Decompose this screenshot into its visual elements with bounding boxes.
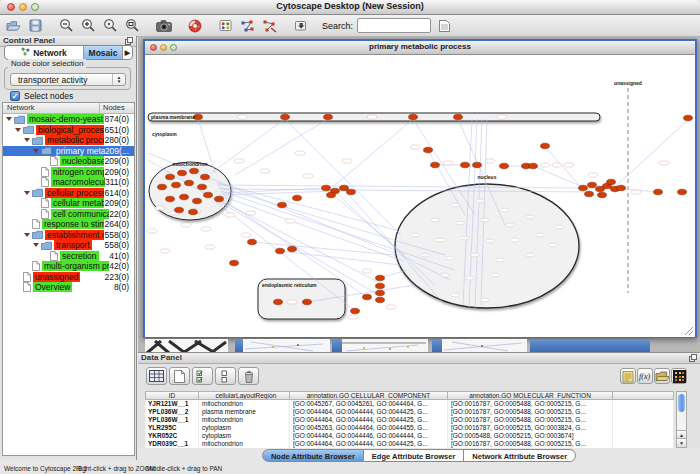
table-cell[interactable]: [GO:0045267, GO:0045261, GO:0044464, G..… — [290, 400, 448, 408]
graph-node[interactable] — [190, 168, 199, 174]
table-row[interactable]: YPL036W__1mitochondrion[GO:0044464, GO:0… — [145, 416, 674, 424]
graph-node[interactable] — [473, 162, 482, 168]
table-cell[interactable] — [613, 416, 674, 424]
table-row[interactable]: YJR121W__1mitochondrion[GO:0045267, GO:0… — [145, 400, 674, 408]
help-button[interactable] — [186, 17, 203, 34]
table-cell[interactable]: [GO:0016787, GO:0005488, GO:0005215, G..… — [448, 416, 613, 424]
table-cell[interactable]: cytoplasm — [199, 424, 290, 432]
tab-overflow-arrow[interactable]: ▶ — [122, 46, 132, 59]
graph-node[interactable] — [248, 239, 257, 245]
graph-node[interactable] — [293, 195, 302, 201]
graph-node[interactable] — [424, 147, 433, 153]
window-resize-grip[interactable] — [685, 327, 693, 335]
tree-row[interactable]: response to stimulu264(0) — [3, 219, 134, 230]
table-row[interactable]: YDR039C__1mitochondrion[GO:0044464, GO:0… — [145, 440, 674, 448]
table-cell[interactable]: [GO:0045263, GO:0044464, GO:0044455, G..… — [290, 424, 448, 432]
table-cell[interactable]: plasma membrane — [199, 408, 290, 416]
graph-node[interactable] — [617, 185, 626, 191]
graph-node[interactable] — [180, 194, 189, 200]
table-cell[interactable]: mitochondrion — [199, 400, 290, 408]
graph-node[interactable] — [363, 294, 372, 300]
tab-node-attribute-browser[interactable]: Node Attribute Browser — [262, 449, 364, 462]
graph-node[interactable] — [230, 260, 239, 266]
graph-node[interactable] — [274, 299, 283, 305]
table-cell[interactable]: YLR295C — [145, 424, 199, 432]
background-window[interactable] — [530, 338, 650, 352]
graph-node[interactable] — [303, 299, 312, 305]
expand-triangle-icon[interactable] — [6, 117, 12, 121]
tree-header-network[interactable]: Network — [3, 103, 100, 113]
table-cell[interactable]: [GO:0016787, GO:0005488, GO:0005215, G..… — [448, 408, 613, 416]
expand-triangle-icon[interactable] — [24, 138, 30, 142]
graph-node[interactable] — [158, 184, 167, 190]
zoom-out-button[interactable] — [58, 17, 75, 34]
graph-node[interactable] — [654, 189, 663, 195]
snapshot-button[interactable] — [155, 17, 172, 34]
graph-node[interactable] — [500, 163, 509, 169]
scroll-down-arrow[interactable]: ▼ — [677, 438, 686, 447]
expand-triangle-icon[interactable] — [33, 243, 39, 247]
graph-node[interactable] — [166, 174, 175, 180]
expand-triangle-icon[interactable] — [24, 233, 30, 237]
table-cell[interactable]: [GO:0005488, GO:0005215, GO:0003674] — [448, 432, 613, 440]
select-nodes-checkbox[interactable]: ✓ — [10, 91, 20, 101]
table-row[interactable]: YPL036W__2plasma membrane[GO:0044464, GO… — [145, 408, 674, 416]
background-window-edge[interactable] — [235, 338, 243, 352]
tree-row[interactable]: cell communicat22(0) — [3, 209, 134, 220]
column-header[interactable] — [613, 391, 674, 400]
tree-row[interactable]: cellular process614(0) — [3, 188, 134, 199]
graph-node[interactable] — [281, 114, 290, 120]
dropdown-stepper-icon[interactable]: ▲▼ — [112, 74, 125, 85]
table-cell[interactable]: [GO:0044464, GO:0044444, GO:0044425, G..… — [290, 416, 448, 424]
tree-row[interactable]: nucleobase-209(0) — [3, 156, 134, 167]
graph-node[interactable] — [193, 198, 202, 204]
tab-network-attribute-browser[interactable]: Network Attribute Browser — [464, 449, 576, 462]
graph-node[interactable] — [461, 162, 470, 168]
graph-node[interactable] — [198, 184, 207, 190]
table-cell[interactable]: YJR121W__1 — [145, 400, 199, 408]
table-cell[interactable]: [GO:0044464, GO:0044446, GO:0044444, G..… — [290, 432, 448, 440]
import-attributes-button[interactable] — [654, 368, 670, 384]
float-panel-icon[interactable] — [689, 354, 697, 365]
graph-node[interactable] — [607, 179, 616, 185]
graph-node[interactable] — [201, 174, 210, 180]
import-annotation-button[interactable] — [292, 17, 309, 34]
tree-row[interactable]: cellular metabol209(0) — [3, 198, 134, 209]
zoom-in-button[interactable] — [80, 17, 97, 34]
background-window-thumbnail[interactable] — [145, 338, 228, 352]
graph-node[interactable] — [541, 143, 550, 149]
tree-row[interactable]: metabolic process280(0) — [3, 135, 134, 146]
table-cell[interactable]: YPL036W__1 — [145, 416, 199, 424]
node-color-dropdown[interactable]: transporter activity ▲▼ — [10, 73, 126, 86]
annotation-button[interactable] — [620, 368, 636, 384]
column-header[interactable]: annotation.GO MOLECULAR_FUNCTION — [448, 391, 613, 400]
table-cell[interactable]: YPL036W__2 — [145, 408, 199, 416]
column-header[interactable]: _cellularLayoutRegion — [199, 391, 290, 400]
background-window-edge[interactable] — [432, 338, 442, 352]
table-cell[interactable]: YKR052C — [145, 432, 199, 440]
zoom-fit-button[interactable] — [124, 17, 141, 34]
table-cell[interactable]: mitochondrion — [199, 416, 290, 424]
tree-row[interactable]: transport558(0) — [3, 240, 134, 251]
graph-node[interactable] — [376, 290, 385, 296]
table-cell[interactable]: [GO:0016787, GO:0005488, GO:0005215, G..… — [448, 400, 613, 408]
graph-node[interactable] — [585, 191, 594, 197]
function-builder-button[interactable]: f(x) — [637, 368, 653, 384]
graph-node[interactable] — [278, 202, 287, 208]
graph-node[interactable] — [684, 115, 693, 121]
table-cell[interactable] — [613, 424, 674, 432]
graph-node[interactable] — [185, 180, 194, 186]
tree-row[interactable]: Overview8(0) — [3, 282, 134, 293]
background-window-edge[interactable] — [332, 338, 342, 352]
expand-triangle-icon[interactable] — [33, 149, 39, 153]
tree-row[interactable]: biological_process651(0) — [3, 125, 134, 136]
tab-network[interactable]: Network — [5, 46, 83, 59]
expand-triangle-icon[interactable] — [15, 128, 21, 132]
graph-node[interactable] — [351, 308, 360, 314]
tree-row[interactable]: macromolecule311(0) — [3, 177, 134, 188]
table-cell[interactable] — [613, 400, 674, 408]
table-cell[interactable]: YDR039C__1 — [145, 440, 199, 448]
tree-row[interactable]: primary metabo209(... — [3, 146, 134, 157]
background-window[interactable] — [243, 338, 330, 352]
graph-node[interactable] — [322, 185, 331, 191]
